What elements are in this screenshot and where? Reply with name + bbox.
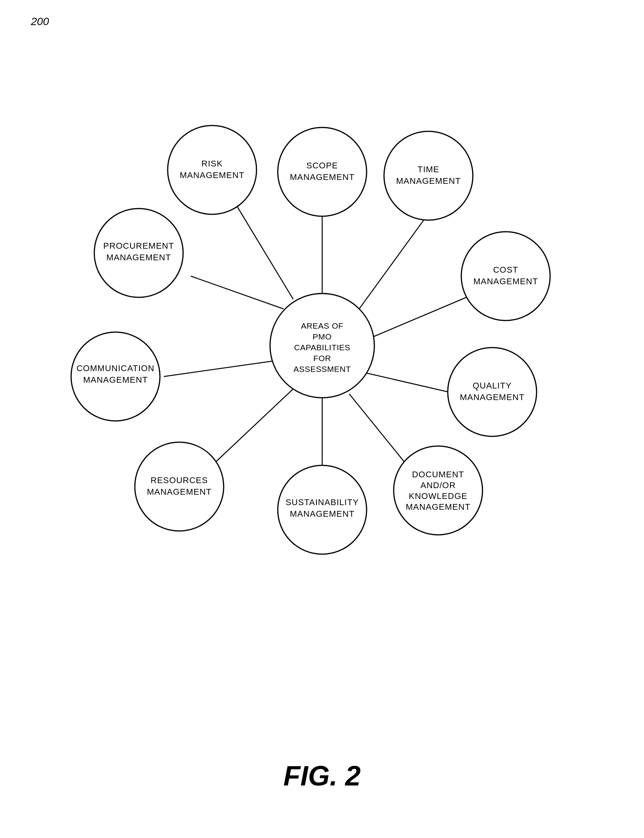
svg-text:ASSESSMENT: ASSESSMENT [293, 365, 351, 373]
svg-text:COST: COST [493, 265, 518, 275]
svg-text:FOR: FOR [313, 354, 331, 363]
svg-line-8 [191, 276, 284, 309]
svg-line-9 [237, 207, 293, 299]
svg-line-2 [370, 295, 471, 338]
svg-text:MANAGEMENT: MANAGEMENT [290, 172, 355, 182]
svg-text:MANAGEMENT: MANAGEMENT [180, 170, 245, 180]
svg-text:MANAGEMENT: MANAGEMENT [290, 509, 355, 519]
svg-text:MANAGEMENT: MANAGEMENT [396, 176, 461, 186]
svg-text:CAPABILITIES: CAPABILITIES [294, 343, 350, 352]
svg-line-6 [212, 389, 293, 465]
svg-text:MANAGEMENT: MANAGEMENT [83, 375, 148, 385]
svg-line-1 [358, 216, 427, 311]
svg-text:MANAGEMENT: MANAGEMENT [106, 253, 171, 262]
svg-point-28 [394, 446, 483, 535]
diagram-container: AREAS OF PMO CAPABILITIES FOR ASSESSMENT… [52, 46, 593, 664]
svg-text:QUALITY: QUALITY [472, 381, 511, 390]
svg-text:RESOURCES: RESOURCES [150, 475, 207, 485]
figure-caption: FIG. 2 [283, 760, 360, 792]
svg-text:COMMUNICATION: COMMUNICATION [76, 363, 154, 373]
svg-text:MANAGEMENT: MANAGEMENT [473, 277, 538, 286]
svg-text:AREAS OF: AREAS OF [301, 321, 343, 330]
svg-line-7 [164, 361, 273, 377]
svg-text:PMO: PMO [313, 332, 331, 341]
svg-text:SCOPE: SCOPE [306, 161, 338, 170]
svg-text:TIME: TIME [417, 165, 439, 174]
svg-text:PROCUREMENT: PROCUREMENT [103, 241, 174, 251]
svg-text:RISK: RISK [201, 159, 223, 168]
figure-number-label: 200 [31, 15, 49, 28]
svg-text:MANAGEMENT: MANAGEMENT [406, 502, 471, 512]
svg-text:MANAGEMENT: MANAGEMENT [460, 392, 525, 402]
svg-text:SUSTAINABILITY: SUSTAINABILITY [285, 497, 359, 507]
svg-text:MANAGEMENT: MANAGEMENT [147, 487, 212, 497]
svg-text:KNOWLEDGE: KNOWLEDGE [408, 491, 467, 501]
svg-text:DOCUMENT: DOCUMENT [412, 470, 464, 479]
svg-text:AND/OR: AND/OR [420, 480, 456, 490]
